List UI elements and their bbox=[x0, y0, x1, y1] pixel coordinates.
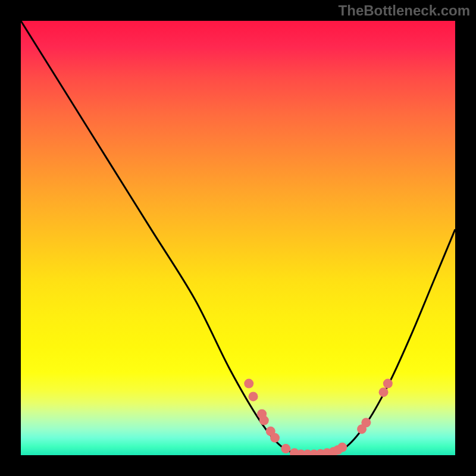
chart-plot-area bbox=[21, 21, 455, 455]
data-marker bbox=[383, 379, 393, 389]
chart-svg bbox=[21, 21, 455, 455]
data-marker bbox=[281, 444, 290, 453]
bottleneck-curve bbox=[21, 21, 455, 455]
attribution-text: TheBottleneck.com bbox=[339, 2, 470, 19]
data-marker bbox=[249, 392, 258, 401]
data-marker bbox=[244, 379, 253, 389]
data-marker bbox=[379, 387, 389, 397]
data-marker bbox=[270, 433, 280, 443]
data-marker bbox=[361, 418, 371, 427]
data-marker bbox=[337, 443, 347, 452]
data-marker bbox=[259, 416, 269, 425]
